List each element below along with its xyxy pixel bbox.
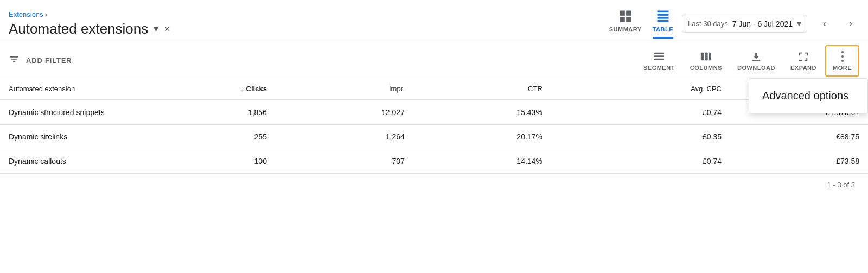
svg-rect-6 [657,17,668,18]
segment-icon [653,50,665,62]
view-buttons: SUMMARY TABLE [609,9,673,39]
cell-extension: Dynamic callouts [0,149,151,174]
svg-rect-5 [657,14,668,16]
advanced-options-panel: Advanced options [749,78,868,113]
table-header-row: Automated extension ↓ Clicks Impr. CTR A… [0,78,868,100]
breadcrumb[interactable]: Extensions › [9,10,170,18]
table-view-button[interactable]: TABLE [653,9,673,39]
svg-rect-9 [654,55,664,57]
header: Extensions › Automated extensions ▾ × SU… [0,0,868,43]
cell-cost: £73.58 [730,149,868,174]
cell-extension: Dynamic structured snippets [0,100,151,125]
header-right: SUMMARY TABLE Last 30 days 7 Jun - 6 Jul… [609,9,859,39]
summary-view-button[interactable]: SUMMARY [609,9,642,39]
svg-rect-13 [709,52,711,60]
more-button[interactable]: MORE [825,45,859,77]
cell-ctr: 20.17% [413,125,551,149]
table-row[interactable]: Dynamic sitelinks2551,26420.17%£0.35£88.… [0,125,868,149]
expand-label: EXPAND [790,65,816,71]
svg-rect-12 [705,52,709,60]
col-header-clicks[interactable]: ↓ Clicks [151,78,276,100]
pagination-label: 1 - 3 of 3 [827,181,855,189]
cell-ctr: 14.14% [413,149,551,174]
cell-impr: 12,027 [276,100,413,125]
summary-icon [618,9,633,24]
col-header-extension: Automated extension [0,78,151,100]
table-container: Advanced options Automated extension ↓ C… [0,78,868,174]
table-row[interactable]: Dynamic structured snippets1,85612,02715… [0,100,868,125]
columns-label: COLUMNS [690,65,722,71]
sort-arrow: ↓ [240,85,244,93]
cell-clicks: 1,856 [151,100,276,125]
breadcrumb-arrow: › [46,10,48,18]
toolbar-right: SEGMENT COLUMNS DOWNLOAD [637,45,859,77]
svg-point-15 [841,51,844,53]
cell-clicks: 255 [151,125,276,149]
date-next-button[interactable]: › [842,15,859,33]
more-icon [837,50,848,62]
data-table: Automated extension ↓ Clicks Impr. CTR A… [0,78,868,174]
svg-rect-7 [657,20,668,22]
date-range-prefix: Last 30 days [688,20,728,28]
svg-rect-0 [620,11,624,16]
date-range-value: 7 Jun - 6 Jul 2021 [732,20,793,28]
svg-rect-1 [626,11,631,16]
table-label: TABLE [653,26,673,33]
download-icon [750,50,762,62]
col-header-avg-cpc[interactable]: Avg. CPC [551,78,730,100]
cell-impr: 707 [276,149,413,174]
filter-icon [9,54,20,67]
svg-point-17 [841,60,844,62]
svg-rect-11 [701,52,704,60]
date-range-selector[interactable]: Last 30 days 7 Jun - 6 Jul 2021 ▾ [682,15,807,33]
svg-rect-8 [654,52,664,54]
columns-icon [700,50,712,62]
svg-rect-14 [752,60,761,61]
page-title-row: Automated extensions ▾ × [9,21,170,37]
cell-avg_cpc: £0.74 [551,100,730,125]
download-button[interactable]: DOWNLOAD [731,46,782,75]
page-title: Automated extensions [9,21,148,37]
segment-button[interactable]: SEGMENT [637,46,681,75]
cell-avg_cpc: £0.74 [551,149,730,174]
svg-rect-10 [654,58,664,60]
expand-icon [797,50,809,62]
title-dropdown-icon[interactable]: ▾ [154,23,158,35]
filter-bar: ADD FILTER SEGMENT COLUMNS [0,43,868,78]
table-icon [655,9,671,24]
table-row[interactable]: Dynamic callouts10070714.14%£0.74£73.58 [0,149,868,174]
date-prev-button[interactable]: ‹ [816,15,833,33]
col-header-impr[interactable]: Impr. [276,78,413,100]
summary-label: SUMMARY [609,26,642,33]
columns-button[interactable]: COLUMNS [684,46,729,75]
svg-rect-2 [620,17,624,22]
more-label: MORE [833,65,852,71]
pagination: 1 - 3 of 3 [0,174,868,195]
table-body: Dynamic structured snippets1,85612,02715… [0,100,868,174]
breadcrumb-link[interactable]: Extensions [9,10,43,18]
cell-extension: Dynamic sitelinks [0,125,151,149]
svg-point-16 [841,55,844,58]
segment-label: SEGMENT [643,65,675,71]
cell-cost: £88.75 [730,125,868,149]
cell-avg_cpc: £0.35 [551,125,730,149]
date-range-dropdown-icon: ▾ [797,18,801,29]
header-left: Extensions › Automated extensions ▾ × [9,10,170,37]
title-close-button[interactable]: × [164,23,170,35]
cell-ctr: 15.43% [413,100,551,125]
svg-rect-3 [626,17,631,22]
add-filter-button[interactable]: ADD FILTER [26,56,72,65]
col-header-ctr[interactable]: CTR [413,78,551,100]
cell-impr: 1,264 [276,125,413,149]
advanced-panel-title: Advanced options [762,90,848,101]
svg-rect-4 [657,11,668,13]
filter-left: ADD FILTER [9,54,72,67]
cell-clicks: 100 [151,149,276,174]
expand-button[interactable]: EXPAND [784,46,823,75]
download-label: DOWNLOAD [737,65,775,71]
